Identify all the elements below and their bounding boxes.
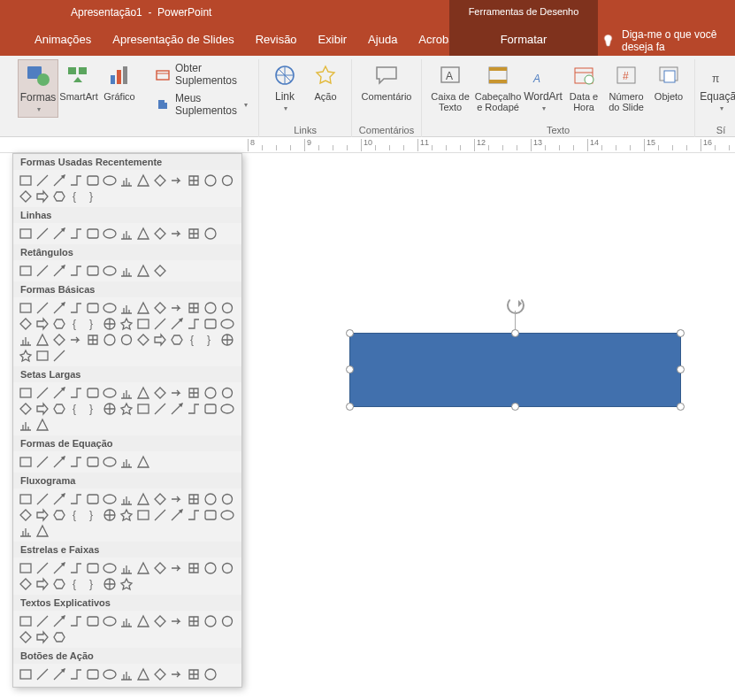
shape-gallery-item[interactable] [118, 316, 134, 332]
shape-gallery-item[interactable] [118, 300, 134, 316]
shape-gallery-item[interactable] [202, 401, 218, 417]
shape-gallery-item[interactable] [185, 560, 202, 576]
shape-gallery-item[interactable] [17, 576, 34, 592]
shape-gallery-item[interactable] [118, 332, 134, 348]
shape-gallery-item[interactable] [118, 173, 134, 188]
shape-gallery-item[interactable] [202, 507, 218, 523]
shape-gallery-item[interactable] [34, 560, 50, 576]
shape-gallery-item[interactable] [101, 507, 118, 523]
tab-formatar[interactable]: Formatar [449, 25, 598, 56]
shape-gallery-item[interactable] [67, 226, 84, 242]
shape-gallery-item[interactable] [168, 613, 185, 629]
resize-handle-bm[interactable] [511, 403, 519, 411]
shape-gallery-item[interactable] [101, 613, 118, 629]
shape-gallery-item[interactable] [202, 613, 218, 629]
shape-gallery-item[interactable] [34, 666, 50, 682]
shape-gallery-item[interactable] [84, 332, 101, 348]
cabecalho-rodape-button[interactable]: Cabeçalho e Rodapé [473, 59, 523, 116]
data-hora-button[interactable]: Data e Hora [563, 59, 604, 116]
shape-gallery-item[interactable] [17, 401, 34, 417]
shape-gallery-item[interactable] [84, 226, 101, 242]
shape-gallery-item[interactable] [151, 385, 168, 401]
shape-gallery-item[interactable] [101, 226, 118, 242]
shape-gallery-item[interactable] [151, 300, 168, 316]
shape-gallery-item[interactable] [202, 226, 218, 242]
shape-gallery-item[interactable] [84, 666, 101, 682]
shape-gallery-item[interactable]: { [67, 401, 84, 417]
shape-gallery-item[interactable] [34, 332, 50, 348]
resize-handle-ml[interactable] [346, 365, 354, 373]
shape-gallery-item[interactable] [168, 507, 185, 523]
shape-gallery-item[interactable] [185, 300, 202, 316]
shape-gallery-item[interactable] [34, 385, 50, 401]
shape-gallery-item[interactable] [134, 613, 151, 629]
shape-gallery-item[interactable] [67, 491, 84, 507]
shape-gallery-item[interactable] [151, 560, 168, 576]
shape-gallery-item[interactable] [151, 263, 168, 279]
shape-gallery-item[interactable] [134, 666, 151, 682]
grafico-button[interactable]: Gráfico [99, 59, 140, 118]
meus-suplementos-button[interactable]: Meus Suplementos ▾ [150, 89, 253, 119]
shape-gallery-item[interactable] [34, 523, 50, 539]
shape-gallery-item[interactable] [151, 226, 168, 242]
shape-gallery-item[interactable] [50, 300, 67, 316]
shape-gallery-item[interactable] [84, 263, 101, 279]
shape-gallery-item[interactable] [34, 300, 50, 316]
tab-ajuda[interactable]: Ajuda [357, 25, 408, 56]
shape-gallery-item[interactable] [202, 666, 218, 682]
shape-gallery-item[interactable] [168, 666, 185, 682]
shape-gallery-item[interactable] [84, 454, 101, 470]
shape-gallery-item[interactable] [218, 507, 235, 523]
shape-gallery-item[interactable] [118, 576, 134, 592]
shape-gallery-item[interactable] [17, 454, 34, 470]
shape-gallery-item[interactable] [185, 491, 202, 507]
shape-gallery-item[interactable] [134, 507, 151, 523]
shape-gallery-item[interactable]: } [84, 576, 101, 592]
shape-gallery-item[interactable] [84, 300, 101, 316]
shape-gallery-item[interactable] [17, 348, 34, 364]
selected-rectangle-shape[interactable] [349, 333, 681, 407]
shape-gallery-item[interactable] [151, 491, 168, 507]
resize-handle-bl[interactable] [346, 403, 354, 411]
shape-gallery-item[interactable] [101, 332, 118, 348]
shape-gallery-item[interactable] [17, 332, 34, 348]
shape-gallery-item[interactable] [84, 613, 101, 629]
shape-gallery-item[interactable] [17, 385, 34, 401]
shape-gallery-item[interactable] [185, 316, 202, 332]
shape-gallery-item[interactable] [101, 385, 118, 401]
shape-gallery-item[interactable] [118, 226, 134, 242]
shape-gallery-item[interactable] [134, 173, 151, 188]
rotate-handle[interactable] [507, 296, 524, 314]
shape-gallery-item[interactable] [218, 401, 235, 417]
shape-gallery-item[interactable] [151, 173, 168, 188]
shape-gallery-item[interactable] [17, 226, 34, 242]
shape-gallery-item[interactable] [50, 332, 67, 348]
shape-gallery-item[interactable] [118, 401, 134, 417]
shape-gallery-item[interactable]: } [84, 188, 101, 204]
shape-gallery-item[interactable] [202, 560, 218, 576]
shape-gallery-item[interactable] [151, 332, 168, 348]
objeto-button[interactable]: Objeto [648, 59, 689, 116]
shape-gallery-item[interactable] [101, 576, 118, 592]
shape-gallery-item[interactable] [50, 226, 67, 242]
shape-gallery-item[interactable] [118, 560, 134, 576]
shape-gallery-item[interactable]: { [67, 188, 84, 204]
shape-gallery-item[interactable] [67, 666, 84, 682]
shape-gallery-item[interactable] [17, 523, 34, 539]
equacao-button[interactable]: π Equação▾ [701, 59, 735, 116]
shape-gallery-item[interactable] [218, 385, 235, 401]
shape-gallery-item[interactable] [218, 173, 235, 188]
shape-gallery-item[interactable] [67, 560, 84, 576]
shape-gallery-item[interactable] [168, 332, 185, 348]
shape-gallery-item[interactable] [34, 263, 50, 279]
shape-gallery-item[interactable] [17, 629, 34, 645]
link-button[interactable]: Link▾ [264, 59, 305, 116]
shape-gallery-item[interactable] [50, 348, 67, 364]
shape-gallery-item[interactable] [50, 385, 67, 401]
shape-gallery-item[interactable] [17, 188, 34, 204]
shape-gallery-item[interactable] [185, 507, 202, 523]
shape-gallery-item[interactable] [84, 385, 101, 401]
shape-gallery-item[interactable] [67, 263, 84, 279]
shape-gallery-item[interactable] [101, 454, 118, 470]
shape-gallery-item[interactable] [17, 173, 34, 188]
